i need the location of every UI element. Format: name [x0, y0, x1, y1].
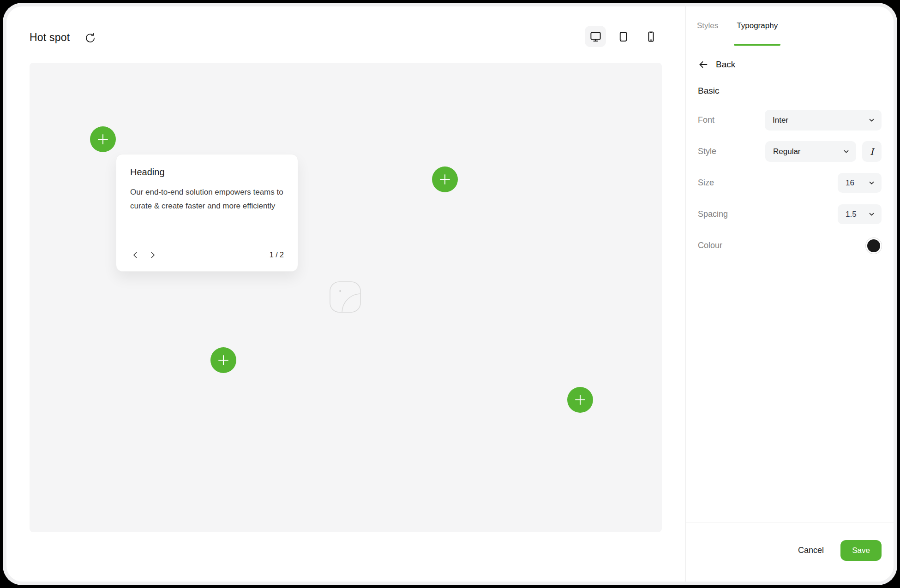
spacing-select-value: 1.5 [846, 210, 857, 219]
card-pagination: 1 / 2 [270, 251, 284, 259]
hotspot-button[interactable] [567, 387, 593, 413]
style-select[interactable]: Regular [765, 141, 856, 162]
chevron-down-icon [843, 148, 850, 155]
colour-label: Colour [698, 241, 722, 250]
chevron-down-icon [868, 179, 875, 186]
sidebar-body: Back Basic Font Inter Style Regular [686, 45, 894, 523]
font-field-row: Font Inter [698, 110, 882, 131]
font-select-value: Inter [773, 116, 788, 125]
card-footer: 1 / 2 [130, 250, 284, 260]
chevron-left-icon [131, 251, 139, 259]
style-field-row: Style Regular I [698, 141, 882, 162]
spacing-label: Spacing [698, 209, 728, 219]
image-placeholder-icon [330, 281, 361, 313]
colour-swatch[interactable] [866, 238, 882, 254]
tab-styles[interactable]: Styles [697, 6, 718, 45]
back-label: Back [716, 59, 735, 70]
hotspot-button[interactable] [210, 347, 236, 373]
sidebar-tabbar: Styles Typography [686, 6, 894, 45]
page-title: Hot spot [30, 31, 70, 44]
size-select[interactable]: 16 [838, 173, 882, 193]
size-select-value: 16 [846, 178, 854, 188]
arrow-left-icon [698, 59, 709, 70]
sidebar-footer: Cancel Save [686, 523, 894, 582]
card-body-text: Our end-to-end solution empowers teams t… [130, 185, 284, 213]
device-toggle-group [585, 26, 661, 47]
style-select-value: Regular [773, 147, 801, 156]
card-nav [130, 250, 158, 260]
chevron-down-icon [868, 211, 875, 218]
device-mobile-button[interactable] [640, 26, 661, 47]
prototype-canvas[interactable]: Heading Our end-to-end solution empowers… [30, 63, 662, 532]
tab-typography[interactable]: Typography [737, 6, 778, 45]
size-label: Size [698, 178, 714, 188]
spacing-select[interactable]: 1.5 [838, 204, 882, 224]
settings-sidebar: Styles Typography Back Basic Font [685, 6, 894, 582]
previous-step-button[interactable] [130, 250, 140, 260]
spacing-field-row: Spacing 1.5 [698, 204, 882, 225]
section-title: Basic [698, 86, 882, 96]
colour-field-row: Colour [698, 235, 882, 256]
italic-icon: I [870, 146, 874, 157]
hotspot-tooltip-card: Heading Our end-to-end solution empowers… [116, 154, 298, 272]
app-window: Hot spot [6, 6, 894, 582]
next-step-button[interactable] [148, 250, 158, 260]
style-controls: Regular I [765, 141, 882, 162]
device-desktop-button[interactable] [585, 26, 606, 47]
hotspot-button[interactable] [432, 166, 458, 192]
refresh-icon [84, 32, 96, 44]
tablet-icon [617, 30, 630, 43]
font-label: Font [698, 115, 714, 125]
device-tablet-button[interactable] [612, 26, 634, 47]
desktop-icon [589, 30, 602, 43]
main-area: Hot spot [6, 6, 685, 582]
italic-toggle-button[interactable]: I [862, 141, 882, 162]
mobile-icon [645, 30, 657, 43]
style-label: Style [698, 147, 716, 156]
size-field-row: Size 16 [698, 172, 882, 193]
save-button[interactable]: Save [840, 540, 882, 561]
chevron-down-icon [868, 117, 875, 124]
main-header: Hot spot [6, 6, 685, 63]
active-tab-underline [734, 44, 780, 46]
cancel-button[interactable]: Cancel [798, 546, 824, 555]
hotspot-button[interactable] [90, 126, 116, 152]
font-select[interactable]: Inter [765, 110, 882, 131]
refresh-button[interactable] [83, 31, 97, 45]
tab-typography-label: Typography [737, 21, 778, 30]
card-title: Heading [130, 167, 284, 178]
tab-styles-label: Styles [697, 21, 718, 30]
back-button[interactable]: Back [698, 59, 882, 70]
chevron-right-icon [149, 251, 157, 259]
